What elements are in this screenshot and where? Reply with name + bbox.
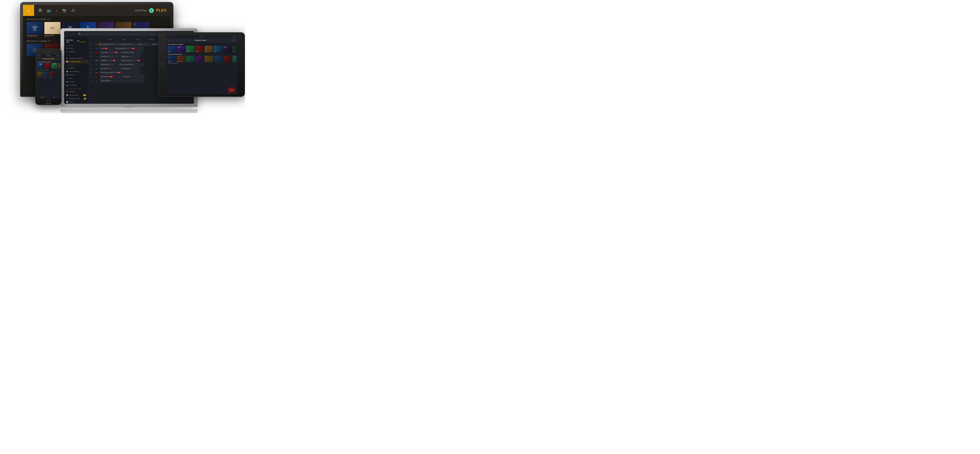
sidebar-item-music[interactable]: ♪ Music (64, 76, 88, 80)
user-avatar[interactable]: L (149, 8, 154, 13)
program-mlb[interactable]: MLB Baseball NEW (100, 75, 122, 78)
music-nav-icon[interactable]: ♪ (56, 9, 57, 12)
ch-logo-text-kofy: KOFY (95, 76, 99, 77)
mb-channels-dropdown[interactable]: ▾ Channels (79, 40, 86, 43)
recommended-icon: ★ (66, 98, 68, 99)
news-icon: 📰 (66, 101, 68, 103)
program-martha-bakes[interactable]: Martha Bakes S8·E10 (100, 63, 118, 66)
tablet-new-episodes-row: Bachelor The Voice El Divo La HFA José (166, 46, 237, 52)
home-nav-button[interactable]: ⌂ (23, 5, 34, 16)
this-is-us-card[interactable]: THIS IS US (229, 88, 236, 93)
sidebar-item-movies[interactable]: 🎬 Movies (64, 73, 88, 76)
prog-ep: S4·E6 (113, 44, 116, 45)
program-entertainment-tonight[interactable]: Entertainment Tonight (120, 51, 142, 54)
tablet-layout-icon[interactable]: ⊞ (234, 39, 235, 41)
movies-nav-icon[interactable]: 🎬 (38, 8, 42, 12)
program-blue-bloods[interactable]: Blue Bloods S2·E17 (100, 67, 120, 70)
program-inside-edition[interactable]: Inside Edition S30·E154 NEW (100, 51, 120, 54)
tablet-thumb-bachelor[interactable]: Bachelor (167, 46, 176, 52)
sidebar-item-playlists[interactable]: ≡ Playlists (64, 66, 88, 70)
tablet-thumb-lahfa[interactable]: La HFA (196, 46, 204, 52)
recording-icon: ⏺ (66, 57, 68, 59)
phone-up-thumb-this-is-us[interactable] (49, 72, 54, 76)
program-judge-judy[interactable]: Judge Judy S22·E57 (120, 55, 140, 58)
prog-ep: S22·E57 (128, 56, 132, 57)
tablet-settings-icon[interactable]: ⚙ (232, 39, 233, 41)
sidebar-item-program-guide[interactable]: 📋 Program Guide (64, 60, 88, 63)
phone-tab-discover[interactable]: Discover (37, 96, 48, 99)
phone-thumb-b99[interactable]: B99 (59, 63, 60, 68)
tablet-thumb-voice[interactable]: The Voice (177, 46, 185, 52)
prog-ep: S2·E17 (108, 68, 112, 69)
tablet-thumb-eldivo[interactable]: El Divo (186, 46, 194, 52)
tablet-back-btn[interactable]: ◂ (168, 40, 169, 41)
photo-nav-icon[interactable]: 📷 (62, 8, 66, 12)
mb-back-btn[interactable]: ‹ (66, 32, 68, 35)
sidebar-item-watch-later[interactable]: ⏰ Watch Later 11 (64, 93, 88, 97)
tv-nav-icon[interactable]: 📺 (47, 8, 51, 12)
phone-upcoming-sub-3: Today (49, 78, 54, 78)
sidebar-item-photos[interactable]: 📷 Photos (64, 80, 88, 84)
home-videos-label: Home Videos (69, 71, 79, 72)
phone-up-thumb-middle[interactable] (37, 72, 43, 76)
program-bbt-s7[interactable]: The Big Bang Theory S7·E17 NEW (118, 43, 136, 46)
tablet-thumb-diamond[interactable]: JTV (232, 46, 237, 52)
tablet-upcoming-7[interactable] (223, 56, 232, 62)
program-access[interactable]: Access Hollywood S22·E184 NEW (114, 46, 144, 50)
sidebar-item-plugins[interactable]: 🔌 Plugins (64, 90, 88, 93)
phone-thumb-2[interactable]: C (45, 63, 51, 68)
show-card-modern-family[interactable]: modernfamily Modern Family Lake Life (45, 22, 60, 37)
tablet-thumb-martha[interactable]: Martha (223, 46, 232, 52)
show-card-late-late[interactable]: THE LATE LATE SHOW JAMES CORDEN The Late… (27, 22, 43, 37)
sidebar-item-recording[interactable]: ⏺ Recording Schedule (64, 56, 88, 60)
program-abc7-kofy[interactable]: ABC7 News on KOFY 7PM NEW (100, 71, 140, 75)
program-extra[interactable]: Extra NEW (100, 46, 114, 50)
tablet-upcoming-premier[interactable]: Premier League (177, 56, 185, 62)
program-gotham[interactable]: Gotham S4·E18 (136, 43, 150, 46)
program-jeopardy[interactable]: Jeopardy! S35·E154 NEW (100, 59, 120, 62)
program-sharks-pregame[interactable]: Sharks Pregame (100, 79, 122, 83)
tablet-upcoming-5[interactable] (205, 56, 213, 62)
phone-upcoming-label: My Upcoming Shows (37, 68, 60, 71)
program-wheel[interactable]: Wheel of Fortune S35·E154 NEW (120, 59, 140, 62)
sidebar-item-home-videos[interactable]: 🏠 Home Videos (64, 70, 88, 73)
phone-up-thumb-fresh[interactable] (43, 72, 48, 76)
program-check-please[interactable]: Check, Please! Bay Area (118, 63, 144, 66)
ch-logo-text-nbc: NBC (95, 48, 98, 49)
sidebar-item-tv-shows[interactable]: 📺 TV Shows (64, 84, 88, 87)
tablet-thumb-josejose[interactable]: José (205, 46, 213, 52)
tablet-this-is-us-area: THIS IS US (229, 88, 236, 93)
tablet-home-button[interactable] (161, 62, 165, 67)
mb-forward-btn[interactable]: › (69, 32, 72, 35)
program-nhl[interactable]: NHL Hockey (122, 75, 144, 78)
mb-home-btn[interactable]: ⌂ (73, 32, 76, 35)
tablet-upcoming-3[interactable] (186, 56, 194, 62)
phone-thumb-late-show[interactable]: LATELATE (37, 63, 44, 68)
video-nav-icon[interactable]: 🎥 (71, 8, 75, 12)
plex-logo: PLEX (156, 8, 167, 13)
time-slot-1: 7:00pm (108, 39, 112, 40)
mf-text: modernfamily (50, 27, 55, 29)
tablet-upcoming-6[interactable] (214, 56, 223, 62)
phone-tab-browse[interactable]: Browse (48, 96, 60, 99)
ch-num-711: 711 (88, 68, 94, 69)
tablet-thumb-abc7[interactable]: ABC7 (214, 46, 223, 52)
sidebar-item-settings[interactable]: ⚙ Settings (64, 50, 88, 54)
tablet-upcoming-8[interactable] (232, 56, 237, 62)
sidebar-item-status[interactable]: ◉ Status (64, 46, 88, 50)
program-family-feud[interactable]: Family Feud S19·E26 (100, 55, 120, 58)
sidebar-item-news[interactable]: 📰 News (64, 100, 88, 104)
tablet-upcoming-goldbergs[interactable]: Goldbergs (167, 56, 176, 62)
guide-icon: 📋 (66, 61, 68, 62)
phone-thumb-once[interactable]: ONCE (51, 63, 58, 68)
prog-badge: NEW (105, 48, 108, 49)
ch-logo-text-cbs705: CBS (95, 56, 98, 57)
prog-ep: S22·E184 (126, 48, 131, 49)
prog-badge: NEW (117, 72, 121, 73)
sidebar-item-recommended[interactable]: ★ Recommended 2 (64, 97, 88, 100)
tablet-upcoming-4[interactable] (196, 56, 204, 62)
program-bbt-s4[interactable]: The Big Bang Theory S4·E6 HD (100, 43, 118, 46)
program-goldbergs[interactable]: The Goldbergs S3·E1 (120, 67, 140, 70)
prog-ep: S3·E1 (130, 68, 133, 69)
mb-nav-buttons: ‹ › ⌂ (66, 32, 76, 35)
